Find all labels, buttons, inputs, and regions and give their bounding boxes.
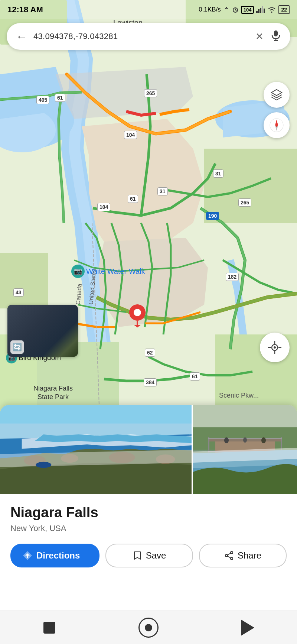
compass-button[interactable] — [264, 112, 290, 138]
photo-secondary[interactable] — [193, 405, 297, 494]
street-view-thumbnail[interactable]: 🔄 — [7, 305, 78, 357]
svg-point-54 — [261, 437, 266, 443]
svg-rect-35 — [262, 6, 263, 13]
svg-point-56 — [231, 557, 233, 560]
search-coordinates: 43.094378,-79.043281 — [33, 32, 255, 41]
status-time: 12:18 AM — [7, 5, 43, 14]
white-water-walk-label: 📷 White Water Walk — [71, 265, 145, 278]
road-label-31b: 31 — [157, 187, 168, 195]
signal-bars — [256, 6, 265, 13]
svg-marker-28 — [225, 7, 228, 9]
nav-back[interactable] — [236, 617, 259, 639]
recent-apps-icon — [43, 622, 55, 634]
svg-text:Scenic Pkw...: Scenic Pkw... — [219, 392, 259, 399]
road-label-190: 190 — [206, 212, 219, 220]
road-label-265b: 265 — [238, 198, 251, 207]
svg-rect-33 — [258, 9, 260, 13]
street-view-icon: 🔄 — [10, 340, 24, 354]
svg-line-59 — [227, 556, 231, 558]
svg-point-53 — [243, 437, 247, 443]
save-button[interactable]: Save — [105, 544, 193, 567]
map-area[interactable]: Canada United States Lewiston Scenic Pkw… — [0, 0, 297, 416]
nav-home[interactable] — [137, 617, 160, 639]
road-label-104b: 104 — [97, 203, 110, 211]
road-label-43: 43 — [13, 288, 24, 297]
data-speed: 0.1KB/s — [199, 6, 221, 13]
mic-button[interactable] — [270, 30, 281, 43]
road-label-61b: 61 — [128, 195, 138, 203]
road-label-182: 182 — [226, 273, 239, 281]
map-controls — [264, 82, 290, 138]
road-label-384: 384 — [144, 378, 157, 386]
clear-button[interactable]: ✕ — [255, 31, 264, 42]
road-label-405: 405 — [36, 96, 49, 104]
alarm-icon — [232, 6, 239, 13]
home-icon — [138, 618, 159, 638]
svg-point-24 — [274, 346, 276, 349]
back-icon — [241, 619, 254, 636]
nav-recent-apps[interactable] — [38, 617, 61, 639]
road-label-104a: 104 — [124, 131, 137, 139]
wifi-icon — [267, 6, 276, 13]
svg-rect-36 — [264, 9, 265, 13]
action-buttons: Directions Save Share — [10, 544, 287, 567]
svg-point-55 — [231, 551, 233, 554]
map-pin — [128, 303, 147, 329]
locate-button[interactable] — [260, 333, 290, 362]
place-name: Niagara Falls — [10, 505, 287, 521]
road-label-61a: 61 — [55, 94, 65, 102]
svg-point-57 — [225, 554, 228, 557]
svg-rect-32 — [256, 11, 258, 13]
photos-row — [0, 405, 297, 494]
place-address: New York, USA — [10, 524, 287, 533]
svg-rect-8 — [0, 253, 48, 308]
status-bar: 12:18 AM 0.1KB/s 104 22 — [0, 0, 297, 19]
photo-main[interactable] — [0, 405, 192, 494]
road-label-265: 265 — [144, 89, 157, 97]
white-water-walk-icon: 📷 — [71, 265, 85, 278]
notification-badge: 104 — [241, 6, 254, 14]
battery-level: 22 — [278, 5, 290, 14]
back-button[interactable]: ← — [16, 30, 27, 43]
road-label-62: 62 — [145, 349, 155, 357]
svg-point-43 — [36, 462, 51, 468]
road-label-31a: 31 — [213, 169, 223, 178]
svg-point-15 — [134, 309, 141, 316]
svg-point-52 — [224, 437, 229, 443]
place-info: Niagara Falls New York, USA Directions S… — [0, 494, 297, 575]
search-bar[interactable]: ← 43.094378,-79.043281 ✕ — [7, 23, 290, 50]
road-label-61c: 61 — [190, 372, 200, 381]
nav-bar — [0, 611, 297, 644]
svg-line-58 — [227, 553, 231, 555]
layers-button[interactable] — [264, 82, 290, 108]
share-icon — [224, 551, 234, 560]
state-park-label: Niagara FallsState Park — [33, 384, 73, 402]
svg-rect-34 — [260, 8, 261, 13]
directions-button[interactable]: Directions — [10, 544, 99, 567]
svg-rect-25 — [274, 30, 278, 36]
share-button[interactable]: Share — [199, 544, 287, 567]
save-icon — [133, 551, 142, 560]
directions-icon — [22, 550, 33, 561]
location-icon — [223, 6, 230, 13]
svg-line-31 — [235, 10, 236, 11]
place-panel: Niagara Falls New York, USA Directions S… — [0, 405, 297, 628]
